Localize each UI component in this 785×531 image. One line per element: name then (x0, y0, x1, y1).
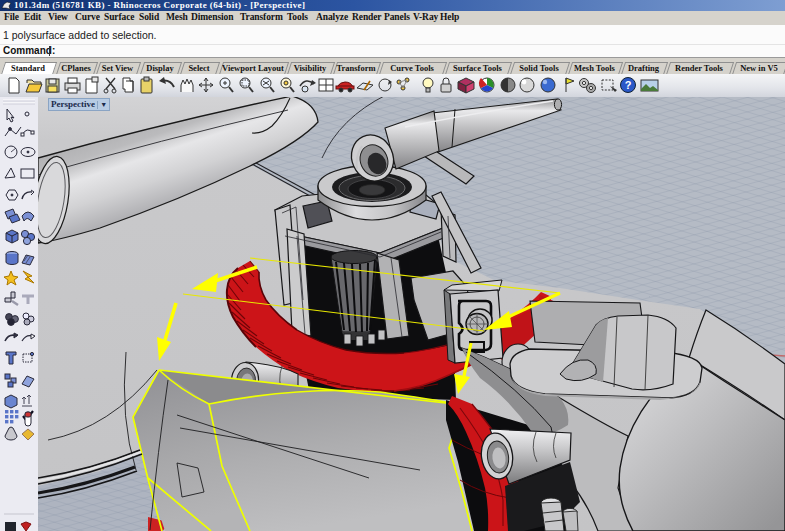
svg-text:?: ? (625, 79, 632, 91)
